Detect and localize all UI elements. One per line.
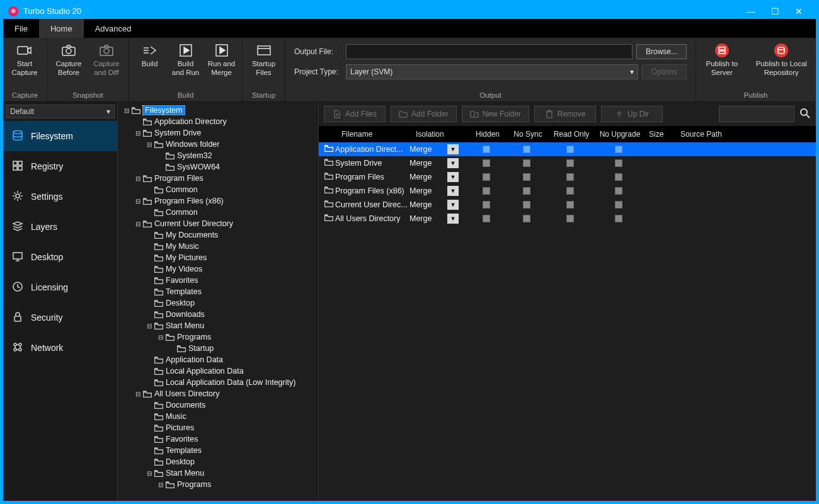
tree-node[interactable]: Favorites (120, 433, 318, 445)
table-row[interactable]: System DriveMerge▼ (319, 156, 816, 170)
hidden-checkbox[interactable] (483, 173, 490, 181)
hidden-checkbox[interactable] (483, 187, 490, 195)
tree-node[interactable]: Application Data (120, 354, 318, 365)
build-run-button[interactable]: Build and Run (169, 40, 202, 80)
col-readonly[interactable]: Read Only (548, 130, 595, 139)
isolation-dropdown[interactable]: ▼ (447, 172, 459, 182)
table-row[interactable]: Application Direct...Merge▼ (319, 142, 816, 156)
tree-node[interactable]: Templates (120, 445, 318, 456)
capture-before-button[interactable]: Capture Before (51, 40, 86, 80)
tree-node[interactable]: Desktop (120, 297, 318, 309)
tree-node[interactable]: ⊟Start Menu (120, 467, 318, 479)
tree-node[interactable]: ⊟Current User Directory (120, 218, 318, 229)
tree-toggle[interactable]: ⊟ (157, 481, 164, 488)
tree-toggle[interactable]: ⊟ (134, 175, 142, 182)
nosync-checkbox[interactable] (523, 146, 530, 153)
hidden-checkbox[interactable] (483, 215, 490, 222)
col-source[interactable]: Source Path (677, 130, 726, 139)
nosync-checkbox[interactable] (523, 187, 530, 195)
readonly-checkbox[interactable] (566, 215, 574, 222)
isolation-dropdown[interactable]: ▼ (447, 158, 459, 168)
hidden-checkbox[interactable] (483, 201, 490, 209)
sidebar-item-settings[interactable]: Settings (3, 181, 117, 212)
sidebar-item-filesystem[interactable]: Filesystem (3, 121, 117, 151)
tree-node[interactable]: System32 (120, 150, 318, 161)
tree-toggle[interactable]: ⊟ (123, 107, 130, 114)
tree-node[interactable]: Music (120, 411, 318, 422)
sidebar-item-network[interactable]: Network (3, 333, 117, 363)
menu-file[interactable]: File (3, 19, 39, 38)
hidden-checkbox[interactable] (483, 159, 490, 167)
nosync-checkbox[interactable] (523, 159, 530, 167)
capture-diff-button[interactable]: Capture and Diff (89, 40, 124, 80)
browse-button[interactable]: Browse... (636, 44, 687, 59)
nosync-checkbox[interactable] (523, 173, 530, 181)
minimize-button[interactable]: — (739, 6, 763, 16)
table-row[interactable]: Current User Direc...Merge▼ (319, 198, 816, 212)
tree-node[interactable]: ⊟Windows folder (120, 139, 318, 150)
table-row[interactable]: Program Files (x86)Merge▼ (319, 184, 816, 198)
sidebar-item-registry[interactable]: Registry (3, 151, 117, 181)
add-files-button[interactable]: Add Files (324, 106, 386, 122)
isolation-dropdown[interactable]: ▼ (447, 144, 459, 154)
noupgrade-checkbox[interactable] (615, 159, 622, 167)
sidebar-item-layers[interactable]: Layers (3, 212, 117, 242)
readonly-checkbox[interactable] (566, 173, 574, 181)
tree-node[interactable]: SysWOW64 (120, 161, 318, 173)
noupgrade-checkbox[interactable] (615, 146, 622, 153)
project-type-select[interactable]: Layer (SVM) ▾ (346, 64, 638, 79)
tree-node[interactable]: My Videos (120, 263, 318, 275)
maximize-button[interactable]: ☐ (763, 6, 787, 16)
tree-node[interactable]: Pictures (120, 422, 318, 433)
new-folder-button[interactable]: New Folder (462, 106, 529, 122)
table-row[interactable]: All Users DirectoryMerge▼ (319, 212, 816, 226)
output-file-input[interactable] (346, 44, 633, 59)
nosync-checkbox[interactable] (523, 201, 530, 209)
publish-server-button[interactable]: Publish to Server (700, 40, 744, 80)
tree-node[interactable]: Local Application Data (120, 365, 318, 377)
readonly-checkbox[interactable] (566, 187, 574, 195)
tree-node[interactable]: ⊟Filesystem (120, 105, 318, 116)
search-input[interactable] (719, 106, 794, 122)
col-filename[interactable]: Filename (338, 130, 412, 139)
tree-node[interactable]: ⊟Program Files (x86) (120, 195, 318, 207)
tree-node[interactable]: Common (120, 207, 318, 218)
tree-node[interactable]: Desktop (120, 456, 318, 467)
tree-toggle[interactable]: ⊟ (134, 198, 142, 205)
close-button[interactable]: ✕ (787, 6, 811, 16)
tree-node[interactable]: ⊟Program Files (120, 173, 318, 184)
noupgrade-checkbox[interactable] (615, 187, 622, 195)
publish-local-button[interactable]: Publish to Local Repository (752, 40, 811, 80)
tree-node[interactable]: My Music (120, 241, 318, 252)
tree-toggle[interactable]: ⊟ (134, 130, 142, 137)
tree-node[interactable]: Documents (120, 399, 318, 411)
start-capture-button[interactable]: Start Capture (7, 40, 42, 80)
col-noupgrade[interactable]: No Upgrade (595, 130, 645, 139)
build-button[interactable]: Build (133, 40, 166, 71)
profile-select[interactable]: Default ▾ (6, 105, 115, 118)
isolation-dropdown[interactable]: ▼ (447, 214, 459, 224)
nosync-checkbox[interactable] (523, 215, 530, 222)
noupgrade-checkbox[interactable] (615, 215, 622, 222)
add-folder-button[interactable]: Add Folder (391, 106, 457, 122)
hidden-checkbox[interactable] (483, 146, 490, 153)
sidebar-item-licensing[interactable]: Licensing (3, 272, 117, 302)
isolation-dropdown[interactable]: ▼ (447, 186, 459, 196)
tree-toggle[interactable]: ⊟ (146, 470, 153, 477)
col-nosync[interactable]: No Sync (508, 130, 548, 139)
tree-node[interactable]: ⊟Programs (120, 479, 318, 490)
tree-toggle[interactable]: ⊟ (146, 141, 153, 148)
search-icon[interactable] (799, 108, 811, 121)
col-size[interactable]: Size (645, 130, 677, 139)
col-hidden[interactable]: Hidden (467, 130, 508, 139)
up-dir-button[interactable]: Up Dir (601, 106, 663, 122)
tree-node[interactable]: Templates (120, 286, 318, 297)
readonly-checkbox[interactable] (566, 201, 574, 209)
tree-node[interactable]: My Documents (120, 229, 318, 241)
sidebar-item-security[interactable]: Security (3, 302, 117, 333)
menu-advanced[interactable]: Advanced (84, 19, 143, 38)
tree-node[interactable]: ⊟System Drive (120, 127, 318, 139)
menu-home[interactable]: Home (39, 19, 84, 38)
tree-node[interactable]: Application Directory (120, 116, 318, 127)
remove-button[interactable]: Remove (534, 106, 596, 122)
